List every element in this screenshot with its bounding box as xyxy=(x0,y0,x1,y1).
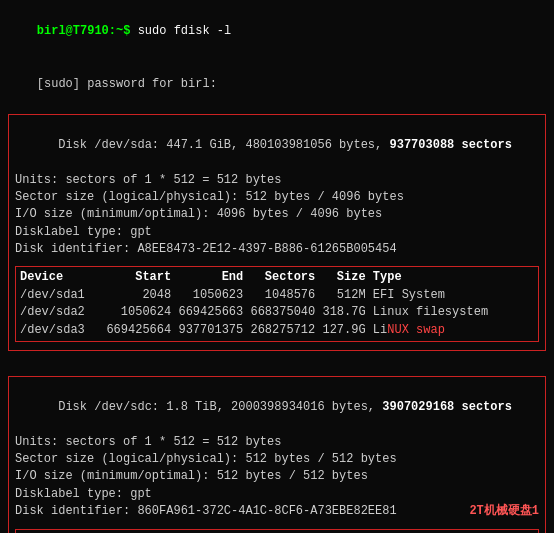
type-partial: Li xyxy=(373,323,387,337)
disk1-table-header: Device Start End Sectors Size Type xyxy=(20,269,534,286)
disk1-io-size: I/O size (minimum/optimal): 4096 bytes /… xyxy=(15,206,539,223)
sudo-prompt-line: [sudo] password for birl: xyxy=(8,58,546,110)
disk1-units: Units: sectors of 1 * 512 = 512 bytes xyxy=(15,172,539,189)
disk1-header: Disk /dev/sda: 447.1 GiB, 480103981056 b… xyxy=(15,119,539,171)
disk2-partition-table: Device Start End Sectors Size Type /dev/… xyxy=(15,529,539,533)
disk1-identifier: Disk identifier: A8EE8473-2E12-4397-B886… xyxy=(15,241,539,258)
disk2-sector-size: Sector size (logical/physical): 512 byte… xyxy=(15,451,539,468)
blank1 xyxy=(8,355,546,372)
sudo-prompt-text: [sudo] password for birl: xyxy=(37,77,217,91)
disk2-disklabel: Disklabel type: gpt xyxy=(15,486,539,503)
disk2-identifier-text: Disk identifier: 860FA961-372C-4A1C-8CF6… xyxy=(15,503,397,520)
prompt-line: birl@T7910:~$ sudo fdisk -l xyxy=(8,6,546,58)
disk1-partition-table: Device Start End Sectors Size Type /dev/… xyxy=(15,266,539,342)
disk1-row2: /dev/sda2 1050624 669425663 668375040 31… xyxy=(20,304,534,321)
prompt-text: birl@T7910:~$ xyxy=(37,24,131,38)
disk2-header: Disk /dev/sdc: 1.8 TiB, 2000398934016 by… xyxy=(15,381,539,433)
disk1-row3: /dev/sda3 669425664 937701375 268275712 … xyxy=(20,322,534,339)
disk1-row1: /dev/sda1 2048 1050623 1048576 512M EFI … xyxy=(20,287,534,304)
disk1-header-label: Disk /dev/sda: 447.1 GiB, 480103981056 b… xyxy=(58,138,389,152)
disk2-identifier: Disk identifier: 860FA961-372C-4A1C-8CF6… xyxy=(15,503,539,520)
disk1-sector-size: Sector size (logical/physical): 512 byte… xyxy=(15,189,539,206)
disk2-header-label: Disk /dev/sdc: 1.8 TiB, 2000398934016 by… xyxy=(58,400,382,414)
disk2-io-size: I/O size (minimum/optimal): 512 bytes / … xyxy=(15,468,539,485)
disk2-sectors: 3907029168 sectors xyxy=(382,400,512,414)
disk1-disklabel: Disklabel type: gpt xyxy=(15,224,539,241)
disk1-sectors: 937703088 sectors xyxy=(389,138,511,152)
disk1-block: Disk /dev/sda: 447.1 GiB, 480103981056 b… xyxy=(8,114,546,351)
swap-annotation: NUX swap xyxy=(387,323,445,337)
disk2-annotation: 2T机械硬盘1 xyxy=(469,503,539,520)
terminal-window: birl@T7910:~$ sudo fdisk -l [sudo] passw… xyxy=(8,6,546,533)
disk2-block: Disk /dev/sdc: 1.8 TiB, 2000398934016 by… xyxy=(8,376,546,533)
command-text: sudo fdisk -l xyxy=(130,24,231,38)
disk2-units: Units: sectors of 1 * 512 = 512 bytes xyxy=(15,434,539,451)
